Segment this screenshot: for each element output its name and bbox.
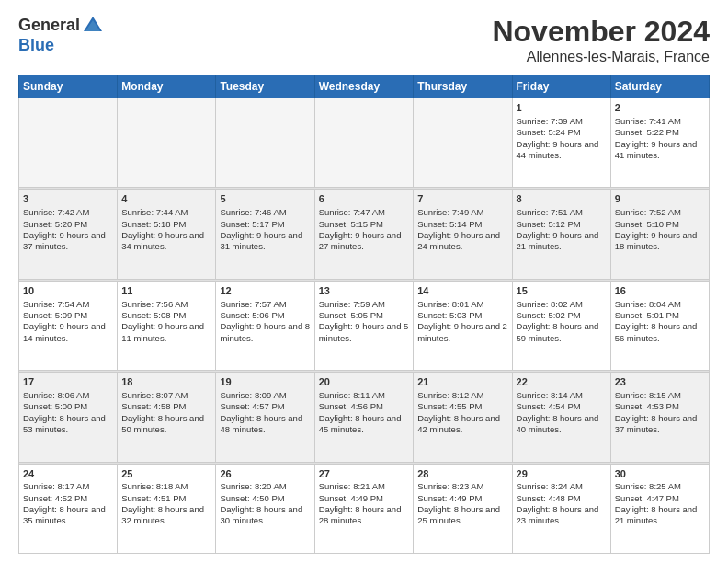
table-cell: 20Sunrise: 8:11 AM Sunset: 4:56 PM Dayli… [314,373,414,462]
table-cell [414,98,512,188]
day-number: 6 [319,192,410,206]
header-wednesday: Wednesday [314,75,414,98]
day-info: Sunrise: 7:57 AM Sunset: 5:06 PM Dayligh… [220,299,310,344]
header-saturday: Saturday [610,75,709,98]
day-info: Sunrise: 8:06 AM Sunset: 5:00 PM Dayligh… [23,390,113,435]
day-number: 9 [615,192,705,206]
table-cell [216,98,314,188]
day-info: Sunrise: 7:56 AM Sunset: 5:08 PM Dayligh… [121,299,211,344]
table-cell: 28Sunrise: 8:23 AM Sunset: 4:49 PM Dayli… [414,464,512,553]
day-number: 5 [220,192,310,206]
table-cell: 22Sunrise: 8:14 AM Sunset: 4:54 PM Dayli… [512,373,610,462]
table-cell: 30Sunrise: 8:25 AM Sunset: 4:47 PM Dayli… [610,464,709,553]
day-number: 28 [417,467,507,481]
logo-icon [82,15,104,37]
day-info: Sunrise: 7:51 AM Sunset: 5:12 PM Dayligh… [517,207,607,252]
table-cell: 14Sunrise: 8:01 AM Sunset: 5:03 PM Dayli… [414,281,512,370]
day-info: Sunrise: 8:25 AM Sunset: 4:47 PM Dayligh… [615,481,705,526]
day-info: Sunrise: 8:20 AM Sunset: 4:50 PM Dayligh… [220,481,310,526]
day-number: 25 [121,467,211,481]
day-info: Sunrise: 8:09 AM Sunset: 4:57 PM Dayligh… [220,390,310,435]
logo-general: General [18,17,80,35]
day-number: 2 [615,101,705,115]
day-info: Sunrise: 8:15 AM Sunset: 4:53 PM Dayligh… [615,390,705,435]
table-cell: 16Sunrise: 8:04 AM Sunset: 5:01 PM Dayli… [610,281,709,370]
calendar-header-row: Sunday Monday Tuesday Wednesday Thursday… [19,75,710,98]
calendar-week-3: 10Sunrise: 7:54 AM Sunset: 5:09 PM Dayli… [19,281,710,370]
day-info: Sunrise: 8:07 AM Sunset: 4:58 PM Dayligh… [121,390,211,435]
table-cell: 29Sunrise: 8:24 AM Sunset: 4:48 PM Dayli… [512,464,610,553]
table-cell: 18Sunrise: 8:07 AM Sunset: 4:58 PM Dayli… [118,373,216,462]
day-info: Sunrise: 7:39 AM Sunset: 5:24 PM Dayligh… [517,116,607,161]
table-cell: 15Sunrise: 8:02 AM Sunset: 5:02 PM Dayli… [512,281,610,370]
calendar-table: Sunday Monday Tuesday Wednesday Thursday… [18,75,710,554]
table-cell [118,98,216,188]
day-number: 26 [220,467,310,481]
day-info: Sunrise: 7:42 AM Sunset: 5:20 PM Dayligh… [23,207,113,252]
day-number: 27 [319,467,410,481]
day-info: Sunrise: 7:52 AM Sunset: 5:10 PM Dayligh… [615,207,705,252]
day-info: Sunrise: 8:12 AM Sunset: 4:55 PM Dayligh… [417,390,507,435]
day-number: 20 [319,375,410,389]
day-number: 10 [23,284,113,298]
day-number: 15 [517,284,607,298]
day-info: Sunrise: 7:54 AM Sunset: 5:09 PM Dayligh… [23,299,113,344]
day-info: Sunrise: 8:18 AM Sunset: 4:51 PM Dayligh… [121,481,211,526]
table-cell: 5Sunrise: 7:46 AM Sunset: 5:17 PM Daylig… [216,190,314,279]
calendar-week-4: 17Sunrise: 8:06 AM Sunset: 5:00 PM Dayli… [19,373,710,462]
day-number: 12 [220,284,310,298]
day-info: Sunrise: 7:44 AM Sunset: 5:18 PM Dayligh… [121,207,211,252]
day-info: Sunrise: 7:59 AM Sunset: 5:05 PM Dayligh… [319,299,410,344]
day-number: 7 [417,192,507,206]
day-number: 24 [23,467,113,481]
table-cell: 9Sunrise: 7:52 AM Sunset: 5:10 PM Daylig… [610,190,709,279]
table-cell: 2Sunrise: 7:41 AM Sunset: 5:22 PM Daylig… [610,98,709,188]
table-cell: 25Sunrise: 8:18 AM Sunset: 4:51 PM Dayli… [118,464,216,553]
table-cell: 11Sunrise: 7:56 AM Sunset: 5:08 PM Dayli… [118,281,216,370]
header-tuesday: Tuesday [216,75,314,98]
table-cell: 3Sunrise: 7:42 AM Sunset: 5:20 PM Daylig… [19,190,118,279]
day-info: Sunrise: 8:14 AM Sunset: 4:54 PM Dayligh… [517,390,607,435]
day-info: Sunrise: 7:49 AM Sunset: 5:14 PM Dayligh… [417,207,507,252]
day-number: 13 [319,284,410,298]
table-cell: 17Sunrise: 8:06 AM Sunset: 5:00 PM Dayli… [19,373,118,462]
table-cell: 4Sunrise: 7:44 AM Sunset: 5:18 PM Daylig… [118,190,216,279]
title-block: November 2024 Allennes-les-Marais, Franc… [492,15,710,65]
table-cell: 27Sunrise: 8:21 AM Sunset: 4:49 PM Dayli… [314,464,414,553]
header-friday: Friday [512,75,610,98]
table-cell: 19Sunrise: 8:09 AM Sunset: 4:57 PM Dayli… [216,373,314,462]
day-info: Sunrise: 8:17 AM Sunset: 4:52 PM Dayligh… [23,481,113,526]
calendar-week-1: 1Sunrise: 7:39 AM Sunset: 5:24 PM Daylig… [19,98,710,188]
day-number: 22 [517,375,607,389]
day-info: Sunrise: 7:47 AM Sunset: 5:15 PM Dayligh… [319,207,410,252]
table-cell: 1Sunrise: 7:39 AM Sunset: 5:24 PM Daylig… [512,98,610,188]
day-number: 18 [121,375,211,389]
day-number: 1 [517,101,607,115]
logo-blue: Blue [18,37,54,55]
day-info: Sunrise: 8:01 AM Sunset: 5:03 PM Dayligh… [417,299,507,344]
table-cell: 24Sunrise: 8:17 AM Sunset: 4:52 PM Dayli… [19,464,118,553]
day-number: 3 [23,192,113,206]
table-cell [19,98,118,188]
day-info: Sunrise: 8:04 AM Sunset: 5:01 PM Dayligh… [615,299,705,344]
day-info: Sunrise: 8:23 AM Sunset: 4:49 PM Dayligh… [417,481,507,526]
page: General Blue November 2024 Allennes-les-… [0,0,728,563]
day-info: Sunrise: 8:02 AM Sunset: 5:02 PM Dayligh… [517,299,607,344]
header-thursday: Thursday [414,75,512,98]
day-number: 21 [417,375,507,389]
table-cell: 6Sunrise: 7:47 AM Sunset: 5:15 PM Daylig… [314,190,414,279]
table-cell: 26Sunrise: 8:20 AM Sunset: 4:50 PM Dayli… [216,464,314,553]
header-row: General Blue November 2024 Allennes-les-… [18,15,710,65]
table-cell: 7Sunrise: 7:49 AM Sunset: 5:14 PM Daylig… [414,190,512,279]
day-info: Sunrise: 8:21 AM Sunset: 4:49 PM Dayligh… [319,481,410,526]
day-number: 29 [517,467,607,481]
day-number: 4 [121,192,211,206]
day-info: Sunrise: 7:41 AM Sunset: 5:22 PM Dayligh… [615,116,705,161]
day-number: 30 [615,467,705,481]
header-monday: Monday [118,75,216,98]
day-number: 8 [517,192,607,206]
day-number: 23 [615,375,705,389]
day-number: 11 [121,284,211,298]
month-title: November 2024 [492,15,710,49]
day-info: Sunrise: 7:46 AM Sunset: 5:17 PM Dayligh… [220,207,310,252]
